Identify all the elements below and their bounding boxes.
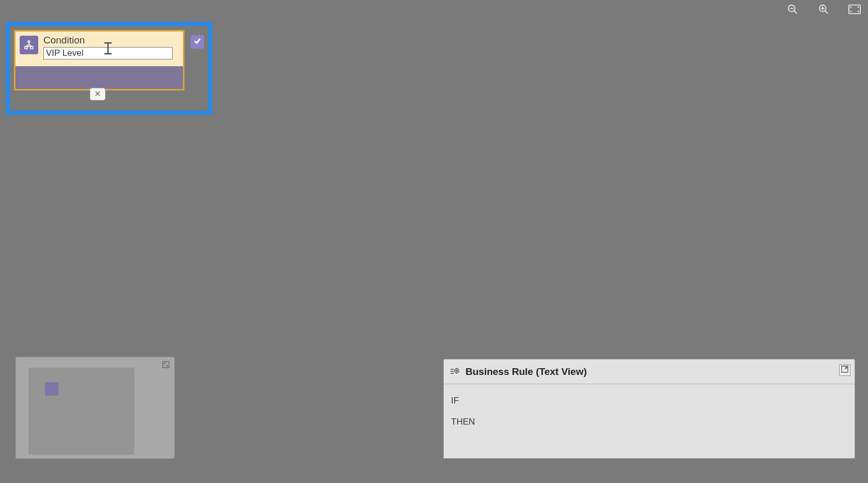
checkmark-icon (193, 37, 202, 47)
expand-icon (162, 361, 169, 370)
text-view-body: IF THEN (444, 384, 855, 439)
condition-icon (20, 36, 38, 54)
svg-line-1 (794, 11, 797, 14)
text-view-expand-button[interactable] (839, 365, 850, 376)
condition-node-body (16, 66, 183, 89)
zoom-in-icon (818, 4, 829, 17)
svg-rect-14 (30, 47, 33, 49)
svg-rect-13 (25, 47, 27, 49)
close-icon (95, 89, 101, 99)
svg-point-21 (455, 369, 459, 373)
condition-node-header: Condition (16, 32, 183, 63)
svg-rect-17 (163, 361, 169, 368)
condition-node[interactable]: Condition (14, 30, 184, 90)
fit-to-screen-button[interactable] (847, 3, 862, 18)
minimap-viewport[interactable] (28, 368, 134, 455)
expand-panel-icon (841, 366, 848, 375)
business-rule-text-view-panel: Business Rule (Text View) IF THEN (443, 359, 855, 459)
condition-node-type-label: Condition (43, 35, 179, 46)
rule-designer-canvas[interactable]: Condition (0, 0, 868, 483)
text-view-header: Business Rule (Text View) (444, 359, 855, 384)
zoom-out-button[interactable] (785, 3, 800, 18)
text-view-if-line: IF (451, 390, 847, 412)
minimap-panel[interactable] (16, 357, 175, 459)
condition-name-input[interactable] (43, 47, 173, 59)
text-view-icon (449, 366, 460, 378)
zoom-out-icon (787, 4, 798, 17)
fit-screen-icon (848, 4, 861, 17)
zoom-in-button[interactable] (816, 3, 831, 18)
svg-rect-7 (849, 5, 860, 14)
condition-node-selected[interactable]: Condition (6, 22, 212, 115)
condition-true-port[interactable] (191, 35, 204, 49)
canvas-toolbar (785, 3, 862, 18)
text-view-title: Business Rule (Text View) (466, 366, 587, 378)
condition-false-port[interactable] (90, 88, 105, 100)
svg-point-22 (456, 370, 457, 371)
svg-line-4 (825, 11, 828, 14)
minimap-condition-node (45, 382, 58, 396)
minimap-expand-button[interactable] (161, 360, 171, 371)
svg-point-8 (28, 41, 30, 43)
text-view-then-line: THEN (451, 412, 847, 433)
